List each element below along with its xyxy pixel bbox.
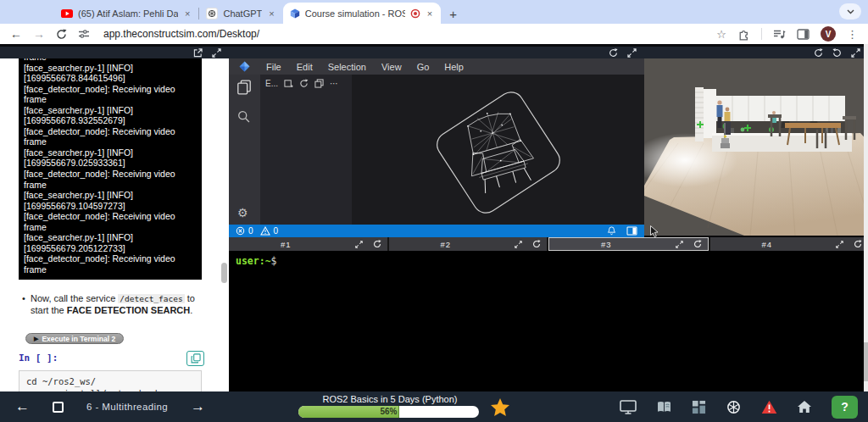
simulation-panel — [644, 44, 868, 236]
notebook-book-icon[interactable] — [656, 401, 672, 414]
refresh-icon[interactable] — [854, 240, 862, 248]
expand-icon[interactable] — [676, 241, 683, 248]
tab-youtube[interactable]: (65) Atif Aslam: Pehli Dafa So × — [54, 3, 198, 24]
page-scrollbar[interactable] — [864, 44, 868, 391]
log-line: [1699556679.205122733] — [24, 243, 197, 254]
side-panel-icon[interactable] — [797, 29, 810, 40]
editor-viewport[interactable] — [352, 75, 644, 225]
clipboard-icon — [191, 353, 201, 364]
terminal-tab-label: #4 — [710, 240, 825, 249]
terminal[interactable]: user:~$ — [229, 251, 868, 391]
expand-icon[interactable] — [851, 48, 860, 58]
explorer-icon[interactable] — [236, 80, 252, 95]
menu-item[interactable]: View — [374, 62, 409, 72]
gear-icon[interactable]: ⚙ — [237, 206, 248, 219]
browser-menu-icon[interactable]: ⋮ — [847, 28, 858, 41]
execute-in-terminal-button[interactable]: ▶ Execute in Terminal 2 — [25, 333, 124, 344]
menu-item[interactable]: Help — [437, 62, 471, 72]
next-lesson-button[interactable]: → — [191, 398, 205, 415]
terminal-tab-3[interactable]: #3 — [548, 237, 709, 251]
notebook-panel: frame[face_searcher.py-1] [INFO][1699556… — [0, 44, 229, 391]
reset-view-icon[interactable] — [832, 48, 842, 58]
instruction-end: . — [190, 305, 192, 315]
menu-item[interactable]: File — [259, 62, 289, 72]
code-cell[interactable]: cd ~/ros2_ws/source install/setup.bash — [19, 370, 202, 391]
log-line: [face_detector_node]: Receiving video — [24, 169, 197, 180]
notebook-scrollbar[interactable] — [221, 263, 227, 283]
sidebar-title: E... — [265, 79, 278, 88]
copy-code-button[interactable] — [186, 351, 204, 366]
mouse-cursor — [650, 225, 659, 238]
forward-button[interactable]: → — [33, 28, 45, 40]
notebook-body[interactable]: frame[face_searcher.py-1] [INFO][1699556… — [0, 58, 229, 391]
alert-triangle-icon[interactable] — [761, 400, 777, 414]
gazebo-viewport[interactable] — [644, 58, 868, 236]
reload-button[interactable] — [56, 29, 67, 40]
refresh-icon[interactable] — [693, 240, 702, 248]
course-progress-bar: 56% — [298, 406, 479, 418]
menu-item[interactable]: Edit — [289, 62, 320, 72]
expand-icon[interactable] — [627, 48, 637, 58]
new-window-icon[interactable] — [284, 79, 293, 88]
lesson-title: 6 - Multithreading — [86, 402, 168, 412]
terminal-tab-2[interactable]: #2 — [389, 237, 548, 251]
close-icon[interactable]: × — [426, 8, 434, 19]
more-actions-icon[interactable]: ⋯ — [330, 79, 338, 88]
star-rating-icon[interactable] — [490, 397, 510, 417]
expand-icon[interactable] — [355, 241, 363, 248]
sidebar-header: E... ⋯ — [260, 75, 352, 92]
search-icon[interactable] — [237, 110, 250, 123]
prev-lesson-button[interactable]: ← — [15, 398, 30, 415]
prompt-path: ~ — [265, 255, 271, 267]
menu-item[interactable]: Selection — [320, 62, 374, 72]
avatar[interactable]: V — [821, 26, 836, 42]
log-line: [face_searcher.py-1] [INFO] — [24, 63, 197, 74]
remote-desktop-icon[interactable] — [620, 400, 637, 414]
site-settings-icon[interactable] — [78, 28, 90, 40]
recording-icon — [410, 8, 420, 19]
tab-title: ChatGPT — [223, 8, 262, 19]
refresh-icon[interactable] — [532, 240, 541, 248]
log-line: [face_detector_node]: Receiving video — [24, 126, 197, 137]
new-tab-button[interactable]: + — [441, 3, 465, 24]
tab-course-simulation[interactable]: Course simulation - ROS2 × — [283, 3, 441, 24]
expand-icon[interactable] — [515, 241, 522, 248]
close-icon[interactable]: × — [267, 8, 275, 19]
lesson-nav: ← 6 - Multithreading → — [15, 391, 205, 422]
expand-icon[interactable] — [836, 241, 843, 248]
url-bar[interactable]: app.theconstructsim.com/Desktop/ — [103, 28, 705, 40]
refresh-icon[interactable] — [609, 48, 618, 58]
extensions-icon[interactable] — [737, 28, 750, 41]
apps-grid-icon[interactable] — [692, 400, 706, 414]
tab-chatgpt[interactable]: ChatGPT × — [199, 3, 282, 24]
expand-icon[interactable] — [212, 48, 221, 58]
refresh-icon[interactable] — [299, 79, 309, 88]
terminal-tab-1[interactable]: #1 — [229, 237, 387, 251]
panel-layout-icon[interactable] — [626, 226, 637, 236]
tab-search-button[interactable] — [839, 3, 861, 19]
code-line: cd ~/ros2_ws/ — [26, 375, 194, 387]
terminal-tab-label: #1 — [229, 240, 343, 249]
menu-item[interactable]: Go — [409, 62, 437, 72]
home-icon[interactable] — [797, 400, 812, 414]
desktop-app: (65) Atif Aslam: Pehli Dafa So × ChatGPT… — [0, 0, 868, 422]
collapse-all-icon[interactable] — [314, 79, 324, 88]
bookmark-star-icon[interactable]: ☆ — [716, 29, 726, 40]
stop-icon[interactable] — [53, 402, 64, 413]
progress-label: 56% — [298, 406, 479, 418]
ide-menu-bar: FileEditSelectionViewGoHelp — [229, 58, 644, 75]
refresh-icon[interactable] — [814, 48, 823, 58]
playlist-extension-icon[interactable] — [773, 29, 786, 40]
back-button[interactable]: ← — [10, 28, 22, 40]
workspace: frame[face_searcher.py-1] [INFO][1699556… — [0, 44, 868, 391]
terminal-tab-4[interactable]: #4 — [710, 237, 868, 251]
openai-icon[interactable] — [726, 399, 742, 415]
open-in-new-icon[interactable] — [193, 48, 203, 58]
help-button[interactable]: ? — [832, 396, 858, 419]
explorer-sidebar: E... ⋯ — [260, 75, 352, 225]
refresh-icon[interactable] — [373, 240, 381, 248]
scrollbar-thumb[interactable] — [864, 342, 868, 381]
browser-toolbar: ← → app.theconstructsim.com/Desktop/ ☆ V… — [0, 24, 868, 44]
close-icon[interactable]: × — [183, 8, 192, 19]
bell-icon[interactable] — [607, 226, 616, 236]
